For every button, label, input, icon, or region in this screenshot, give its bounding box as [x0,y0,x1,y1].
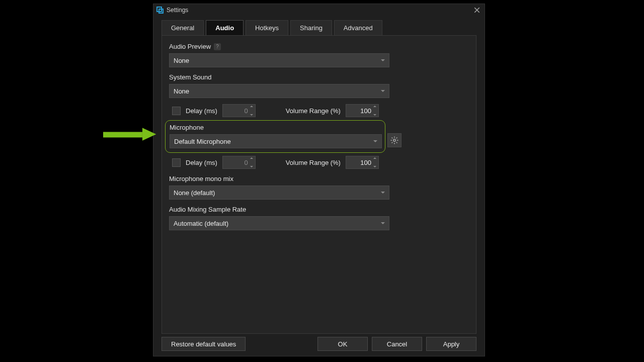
microphone-delay-value: 0 [245,159,248,166]
tab-general[interactable]: General [162,20,204,36]
system-sound-value: None [174,87,189,95]
chevron-down-icon [373,140,377,142]
mono-mix-label: Microphone mono mix [169,175,469,183]
microphone-delay-spinbox[interactable]: 0 [222,156,256,169]
annotation-arrow-icon [103,127,158,141]
footer: Restore default values OK Cancel Apply [162,337,476,351]
system-sound-delay-label: Delay (ms) [186,107,217,115]
chevron-down-icon [381,59,385,61]
microphone-delay-checkbox[interactable] [172,158,181,167]
microphone-settings-button[interactable] [387,133,401,147]
svg-line-11 [396,138,397,139]
restore-defaults-button[interactable]: Restore default values [162,337,246,351]
tab-audio[interactable]: Audio [206,20,244,36]
chevron-down-icon [381,90,385,92]
sample-rate-dropdown[interactable]: Automatic (default) [169,216,389,230]
spin-up-icon[interactable] [250,106,253,107]
tabs: General Audio Hotkeys Sharing Advanced [153,20,485,36]
system-sound-dropdown[interactable]: None [169,84,389,98]
chevron-down-icon [381,222,385,224]
microphone-group: Microphone Default Microphone [165,120,385,153]
tab-hotkeys[interactable]: Hotkeys [246,20,288,36]
microphone-volume-label: Volume Range (%) [286,159,341,166]
sample-rate-label: Audio Mixing Sample Rate [169,206,469,213]
system-sound-volume-label: Volume Range (%) [286,107,341,115]
titlebar: Settings [153,4,485,16]
app-icon [156,7,164,14]
spin-down-icon[interactable] [250,114,253,116]
system-sound-volume-spinbox[interactable]: 100 [346,104,379,117]
audio-preview-label-text: Audio Preview [169,43,211,50]
svg-line-10 [396,142,397,143]
window-title: Settings [167,7,188,14]
spin-up-icon[interactable] [373,157,376,159]
cancel-button[interactable]: Cancel [372,337,422,351]
microphone-label: Microphone [170,124,381,131]
tab-advanced[interactable]: Advanced [334,20,382,36]
system-sound-delay-value: 0 [245,107,248,115]
spin-up-icon[interactable] [250,157,253,159]
close-icon[interactable] [472,6,481,15]
microphone-volume-spinbox[interactable]: 100 [346,156,379,169]
settings-window: Settings General Audio Hotkeys Sharing A… [153,4,485,356]
audio-preview-value: None [174,57,189,64]
system-sound-volume-value: 100 [360,107,371,115]
svg-rect-13 [103,132,142,137]
gear-icon [390,136,398,144]
spin-up-icon[interactable] [373,106,376,107]
mono-mix-value: None (default) [174,189,215,197]
system-sound-label: System Sound [169,73,469,81]
audio-preview-dropdown[interactable]: None [169,53,389,67]
svg-point-4 [393,139,395,141]
spin-down-icon[interactable] [373,166,376,167]
microphone-value: Default Microphone [174,138,231,145]
apply-button[interactable]: Apply [426,337,476,351]
system-sound-options: Delay (ms) 0 Volume Range (%) 100 [172,104,469,117]
spin-down-icon[interactable] [250,166,253,167]
sample-rate-value: Automatic (default) [174,220,228,227]
ok-button[interactable]: OK [317,337,368,351]
chevron-down-icon [381,192,385,194]
microphone-volume-value: 100 [360,159,371,166]
mono-mix-dropdown[interactable]: None (default) [169,186,389,200]
microphone-delay-label: Delay (ms) [186,159,217,166]
microphone-dropdown[interactable]: Default Microphone [170,134,382,148]
settings-content: Audio Preview ? None System Sound None D… [162,35,476,334]
svg-line-9 [392,138,393,139]
microphone-options: Delay (ms) 0 Volume Range (%) 100 [172,156,469,169]
audio-preview-label: Audio Preview ? [169,43,469,50]
system-sound-delay-checkbox[interactable] [172,107,181,115]
help-icon[interactable]: ? [214,43,221,50]
tab-sharing[interactable]: Sharing [290,20,332,36]
svg-line-12 [392,142,393,143]
spin-down-icon[interactable] [373,114,376,116]
system-sound-delay-spinbox[interactable]: 0 [222,104,256,117]
